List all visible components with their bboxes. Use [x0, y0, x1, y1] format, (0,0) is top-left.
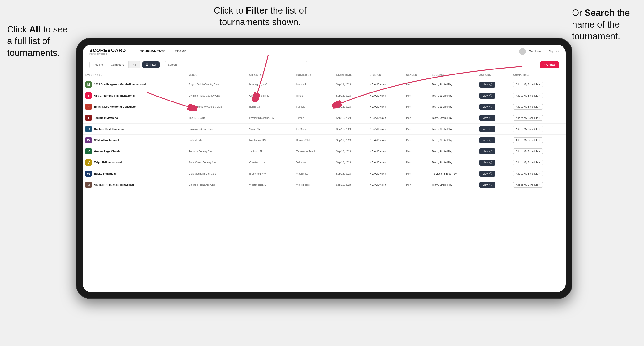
start-date-cell-0: Sep 11, 2023: [333, 79, 367, 90]
add-schedule-btn-0[interactable]: Add to My Schedule +: [513, 82, 543, 87]
scoring-cell-9: Team, Stroke Play: [429, 179, 476, 190]
hosted-by-cell-7: Valparaiso: [294, 157, 334, 168]
signout-link[interactable]: Sign out: [548, 50, 559, 53]
city-state-cell-9: Westchester, IL: [246, 179, 294, 190]
competing-cell-1: Add to My Schedule +: [510, 90, 566, 101]
nav-tab-tournaments[interactable]: TOURNAMENTS: [135, 45, 170, 58]
city-state-cell-3: Plymouth Meeting, PA: [246, 112, 294, 124]
col-actions: ACTIONS: [476, 71, 510, 79]
hosted-by-cell-1: Illinois: [294, 90, 334, 101]
header-right: U Test User | Sign out: [519, 48, 559, 55]
actions-cell-1: View ⓘ: [476, 90, 510, 101]
view-btn-6[interactable]: View ⓘ: [480, 149, 496, 154]
filter-hosting-btn[interactable]: Hosting: [90, 61, 107, 68]
view-btn-5[interactable]: View ⓘ: [480, 137, 496, 143]
view-icon-9: ⓘ: [490, 183, 492, 187]
scoring-cell-7: Team, Stroke Play: [429, 157, 476, 168]
event-name-2: Ryan T. Lee Memorial Collegiate: [94, 105, 136, 108]
venue-cell-9: Chicago Highlands Club: [186, 179, 246, 190]
filter-competing-btn[interactable]: Competing: [107, 61, 129, 68]
venue-cell-2: Shuttle Meadow Country Club: [186, 101, 246, 112]
hosted-by-cell-9: Wake Forest: [294, 179, 334, 190]
filter-toggle-label: Filter: [150, 63, 156, 66]
create-btn[interactable]: + Create: [540, 61, 559, 68]
view-btn-3[interactable]: View ⓘ: [480, 115, 496, 121]
actions-cell-6: View ⓘ: [476, 146, 510, 157]
search-input[interactable]: [165, 61, 307, 68]
team-logo-7: V: [86, 159, 92, 166]
view-icon-5: ⓘ: [490, 139, 492, 142]
start-date-cell-2: Sep 16, 2023: [333, 101, 367, 112]
col-competing: COMPETING: [510, 71, 566, 79]
table-row: F Ryan T. Lee Memorial Collegiate Shuttl…: [83, 101, 566, 112]
view-btn-1[interactable]: View ⓘ: [480, 93, 496, 99]
hosted-by-cell-4: Le Moyne: [294, 124, 334, 135]
table-row: T Temple Invitational The 1912 Club Plym…: [83, 112, 566, 124]
division-cell-2: NCAA Division I: [367, 101, 403, 112]
event-name-cell-4: U Upstate Dual Challenge: [83, 124, 186, 135]
table-row: W Husky Individual Gold Mountain Golf Cl…: [83, 168, 566, 179]
start-date-cell-5: Sep 17, 2023: [333, 135, 367, 146]
actions-cell-9: View ⓘ: [476, 179, 510, 190]
table-row: W Wildcat Invitational Colbert Hills Man…: [83, 135, 566, 146]
event-name-cell-1: I OFCC Fighting Illini Invitational: [83, 90, 186, 101]
view-btn-7[interactable]: View ⓘ: [480, 160, 496, 166]
filter-toggle-btn[interactable]: ☰ Filter: [142, 61, 160, 68]
city-state-cell-1: Olympia Fields, IL: [246, 90, 294, 101]
add-schedule-btn-3[interactable]: Add to My Schedule +: [513, 115, 543, 121]
actions-cell-0: View ⓘ: [476, 79, 510, 90]
add-schedule-btn-4[interactable]: Add to My Schedule +: [513, 126, 543, 132]
view-btn-4[interactable]: View ⓘ: [480, 126, 496, 132]
add-schedule-btn-2[interactable]: Add to My Schedule +: [513, 104, 543, 110]
user-name: Test User: [529, 50, 541, 53]
city-state-cell-8: Bremerton, WA: [246, 168, 294, 179]
app-logo-sub: Powered by clippd: [89, 53, 126, 55]
event-name-0: 2023 Joe Feaganes Marshall Invitational: [94, 83, 146, 86]
filter-all-btn[interactable]: All: [129, 61, 140, 68]
division-cell-0: NCAA Division I: [367, 79, 403, 90]
view-icon-6: ⓘ: [490, 150, 492, 153]
event-name-5: Wildcat Invitational: [94, 139, 119, 142]
scoring-cell-6: Team, Stroke Play: [429, 146, 476, 157]
add-schedule-btn-1[interactable]: Add to My Schedule +: [513, 93, 543, 98]
competing-cell-5: Add to My Schedule +: [510, 135, 566, 146]
venue-cell-0: Guyan Golf & Country Club: [186, 79, 246, 90]
add-schedule-btn-8[interactable]: Add to My Schedule +: [513, 171, 543, 176]
nav-tab-teams[interactable]: TEAMS: [170, 45, 191, 58]
add-schedule-btn-5[interactable]: Add to My Schedule +: [513, 137, 543, 143]
gender-cell-1: Men: [403, 90, 429, 101]
add-schedule-btn-6[interactable]: Add to My Schedule +: [513, 149, 543, 154]
view-btn-0[interactable]: View ⓘ: [480, 82, 496, 88]
col-hosted-by: HOSTED BY: [294, 71, 334, 79]
division-cell-7: NCAA Division I: [367, 157, 403, 168]
division-cell-8: NCAA Division I: [367, 168, 403, 179]
col-city-state: CITY, STATE: [246, 71, 294, 79]
division-cell-6: NCAA Division I: [367, 146, 403, 157]
actions-cell-5: View ⓘ: [476, 135, 510, 146]
add-schedule-btn-7[interactable]: Add to My Schedule +: [513, 160, 543, 165]
venue-cell-3: The 1912 Club: [186, 112, 246, 124]
event-name-7: Valpo Fall Invitational: [94, 161, 122, 164]
view-btn-9[interactable]: View ⓘ: [480, 182, 496, 188]
app-logo: SCOREBOARD: [89, 48, 126, 53]
competing-cell-0: Add to My Schedule +: [510, 79, 566, 90]
scoring-cell-4: Team, Stroke Play: [429, 124, 476, 135]
view-btn-2[interactable]: View ⓘ: [480, 104, 496, 110]
actions-cell-3: View ⓘ: [476, 112, 510, 124]
view-icon-8: ⓘ: [490, 172, 492, 175]
event-name-cell-8: W Husky Individual: [83, 168, 186, 179]
city-state-cell-6: Jackson, TN: [246, 146, 294, 157]
event-name-cell-5: W Wildcat Invitational: [83, 135, 186, 146]
team-logo-5: W: [86, 137, 92, 143]
team-logo-9: C: [86, 182, 92, 188]
gender-cell-2: Men: [403, 101, 429, 112]
tablet-screen: SCOREBOARD Powered by clippd TOURNAMENTS…: [83, 45, 566, 292]
division-cell-3: NCAA Division I: [367, 112, 403, 124]
hosted-by-cell-8: Washington: [294, 168, 334, 179]
venue-cell-8: Gold Mountain Golf Club: [186, 168, 246, 179]
view-btn-8[interactable]: View ⓘ: [480, 171, 496, 177]
venue-cell-5: Colbert Hills: [186, 135, 246, 146]
scoring-cell-2: Team, Stroke Play: [429, 101, 476, 112]
add-schedule-btn-9[interactable]: Add to My Schedule +: [513, 182, 543, 187]
main-nav: TOURNAMENTS TEAMS: [135, 45, 519, 58]
